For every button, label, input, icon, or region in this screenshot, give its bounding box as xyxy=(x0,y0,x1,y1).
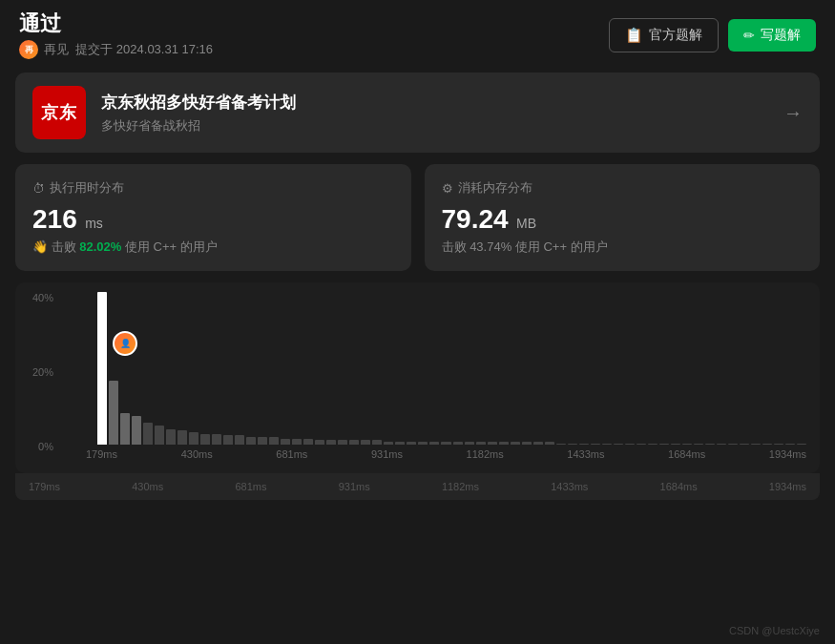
chart-bar xyxy=(143,423,153,446)
y-label-0: 0% xyxy=(38,441,53,452)
tl-label-6: 1433ms xyxy=(551,481,588,492)
chart-bar xyxy=(407,442,416,445)
chart-bar xyxy=(155,426,164,445)
submit-text: 再见 提交于 2024.03.31 17:16 xyxy=(44,41,213,58)
top-right: 📋 官方题解 ✏ 写题解 xyxy=(609,18,816,52)
promo-logo-text: 京东 xyxy=(41,101,77,124)
avatar: 再 xyxy=(19,40,38,59)
memory-value: 79.24 xyxy=(442,204,509,234)
promo-banner[interactable]: 京东 京东秋招多快好省备考计划 多快好省备战秋招 → xyxy=(15,73,820,153)
chart-bar xyxy=(637,444,646,446)
chart-bar xyxy=(212,434,221,446)
chart-bar xyxy=(269,437,279,445)
chart-bar xyxy=(648,444,658,446)
memory-stat-card: ⚙ 消耗内存分布 79.24 MB 击败 43.74% 使用 C++ 的用户 xyxy=(425,164,821,271)
x-label-4: 931ms xyxy=(371,448,403,460)
chart-bar xyxy=(303,439,313,446)
chart-canvas: 40% 20% 0% 👤 179ms 430ms 681ms 931ms 118… xyxy=(29,292,806,473)
chart-bar xyxy=(717,444,726,446)
official-solution-button[interactable]: 📋 官方题解 xyxy=(609,18,719,52)
tl-label-3: 681ms xyxy=(235,481,266,492)
chart-bar xyxy=(349,440,359,445)
chart-bar xyxy=(591,444,600,446)
x-label-6: 1433ms xyxy=(567,448,604,460)
x-label-8: 1934ms xyxy=(769,448,806,460)
x-labels: 179ms 430ms 681ms 931ms 1182ms 1433ms 16… xyxy=(86,445,806,466)
chart-bar xyxy=(659,444,669,446)
chart-bar xyxy=(223,435,233,445)
time-beat-suffix: 使用 C++ 的用户 xyxy=(125,239,218,254)
time-value: 216 xyxy=(32,204,77,234)
chart-bar xyxy=(614,444,623,446)
chart-area: 40% 20% 0% 👤 179ms 430ms 681ms 931ms 118… xyxy=(15,282,820,473)
write-solution-button[interactable]: ✏ 写题解 xyxy=(728,19,816,52)
chart-bar xyxy=(671,444,680,446)
stats-row: ⏱ 执行用时分布 216 ms 👋 击败 82.02% 使用 C++ 的用户 ⚙… xyxy=(15,164,820,271)
chart-bar xyxy=(372,440,382,445)
promo-logo: 京东 xyxy=(32,86,86,139)
chart-bar xyxy=(338,440,347,445)
chart-bar xyxy=(109,381,118,445)
tl-label-4: 931ms xyxy=(339,481,370,492)
chart-bar xyxy=(395,442,405,445)
chart-bar xyxy=(785,444,795,446)
book-icon: 📋 xyxy=(625,27,643,44)
chart-bar xyxy=(189,432,198,445)
author-name: 再见 xyxy=(44,42,69,56)
time-stat-card: ⏱ 执行用时分布 216 ms 👋 击败 82.02% 使用 C++ 的用户 xyxy=(15,164,411,271)
bars-container xyxy=(86,292,806,445)
chart-bar xyxy=(499,442,509,445)
chart-bar xyxy=(694,444,703,446)
chart-bar xyxy=(200,434,210,446)
promo-subtitle: 多快好省备战秋招 xyxy=(101,117,768,135)
chart-bar xyxy=(522,442,532,445)
memory-card-title: ⚙ 消耗内存分布 xyxy=(442,179,804,197)
x-label-7: 1684ms xyxy=(668,448,705,460)
chart-bar xyxy=(728,444,738,446)
chart-bar xyxy=(384,442,393,445)
chart-bar xyxy=(533,442,543,445)
time-beat-label: 击败 xyxy=(52,239,76,254)
chart-bar xyxy=(465,442,474,445)
memory-unit: MB xyxy=(516,216,536,231)
time-unit: ms xyxy=(85,216,103,231)
chart-bar xyxy=(625,444,635,446)
memory-value-row: 79.24 MB xyxy=(442,204,804,235)
chart-bar xyxy=(579,444,589,446)
official-solution-label: 官方题解 xyxy=(649,27,702,44)
chart-bar xyxy=(705,444,715,446)
chart-bar xyxy=(418,442,428,445)
memory-title-label: 消耗内存分布 xyxy=(458,179,532,197)
chart-bar xyxy=(797,444,806,446)
tl-label-5: 1182ms xyxy=(442,481,479,492)
y-label-40: 40% xyxy=(32,292,53,303)
memory-beat-row: 击败 43.74% 使用 C++ 的用户 xyxy=(442,239,804,256)
chart-bar xyxy=(120,413,130,446)
chart-bar xyxy=(453,442,463,445)
chart-bar xyxy=(774,444,783,446)
chart-bar xyxy=(315,440,324,445)
x-label-1: 179ms xyxy=(86,448,117,460)
promo-title: 京东秋招多快好省备考计划 xyxy=(101,92,768,114)
promo-content: 京东秋招多快好省备考计划 多快好省备战秋招 xyxy=(101,92,768,135)
chart-bar xyxy=(292,439,302,446)
tl-label-8: 1934ms xyxy=(769,481,806,492)
chart-bar xyxy=(568,444,577,446)
time-beat-pct: 82.02% xyxy=(79,239,121,254)
chart-bar xyxy=(132,416,141,445)
chart-bar xyxy=(602,444,612,446)
chart-bar xyxy=(682,444,692,446)
chart-bar xyxy=(511,442,520,445)
chart-bar xyxy=(97,292,107,445)
chart-bar xyxy=(441,442,450,445)
chart-bar xyxy=(246,437,256,445)
time-value-row: 216 ms xyxy=(32,204,394,235)
tl-label-2: 430ms xyxy=(132,481,163,492)
edit-icon: ✏ xyxy=(743,28,755,43)
x-label-5: 1182ms xyxy=(467,448,504,460)
chart-bar xyxy=(177,430,187,445)
chart-bar xyxy=(476,442,486,445)
write-solution-label: 写题解 xyxy=(761,27,801,44)
status-label: 通过 xyxy=(19,11,213,36)
tl-label-7: 1684ms xyxy=(660,481,698,492)
